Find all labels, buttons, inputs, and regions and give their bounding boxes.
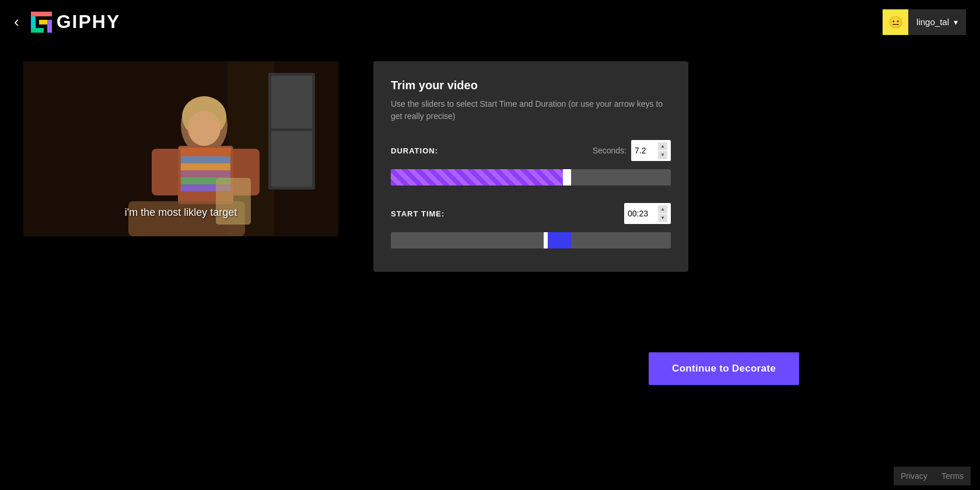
svg-rect-8 — [271, 76, 312, 128]
start-time-fill — [548, 232, 571, 249]
start-time-input-box[interactable]: 00:23 ▲ ▼ — [624, 203, 671, 224]
start-time-value: 00:23 — [628, 209, 648, 218]
svg-rect-3 — [31, 28, 44, 33]
header: ‹ GIPHY 😐 lingo_tal ▾ — [0, 0, 980, 44]
user-area: 😐 lingo_tal ▾ — [883, 9, 966, 35]
start-time-label: START TIME: — [391, 209, 444, 218]
svg-rect-17 — [180, 170, 231, 177]
svg-rect-4 — [39, 20, 47, 24]
footer: Privacy Terms — [894, 467, 971, 485]
continue-to-decorate-button[interactable]: Continue to Decorate — [649, 352, 799, 385]
video-caption: i'm the most likley target — [125, 206, 237, 219]
duration-label: DURATION: — [391, 146, 438, 155]
username-label: lingo_tal — [916, 17, 949, 27]
svg-rect-14 — [180, 148, 231, 156]
terms-link[interactable]: Terms — [935, 467, 971, 485]
duration-slider-track[interactable] — [391, 169, 671, 186]
start-time-section: START TIME: 00:23 ▲ ▼ — [391, 203, 671, 249]
duration-value-area: Seconds: 7.2 ▲ ▼ — [593, 140, 671, 161]
trim-title: Trim your video — [391, 79, 671, 92]
user-dropdown-button[interactable]: lingo_tal ▾ — [908, 9, 966, 35]
duration-stepper[interactable]: ▲ ▼ — [658, 142, 667, 159]
back-button[interactable]: ‹ — [14, 13, 19, 31]
svg-point-12 — [188, 111, 220, 146]
start-time-increment-button[interactable]: ▲ — [658, 205, 667, 214]
duration-increment-button[interactable]: ▲ — [658, 142, 667, 150]
duration-input-box[interactable]: 7.2 ▲ ▼ — [631, 140, 671, 161]
user-avatar: 😐 — [883, 9, 908, 35]
dropdown-arrow-icon: ▾ — [954, 18, 958, 27]
svg-rect-20 — [152, 149, 181, 195]
svg-rect-1 — [31, 12, 52, 16]
svg-rect-16 — [180, 163, 231, 170]
start-time-value-area: 00:23 ▲ ▼ — [624, 203, 671, 224]
start-time-stepper[interactable]: ▲ ▼ — [658, 205, 667, 222]
privacy-link[interactable]: Privacy — [894, 467, 935, 485]
start-time-decrement-button[interactable]: ▼ — [658, 214, 667, 222]
start-time-slider-track[interactable] — [391, 232, 671, 249]
duration-slider-handle[interactable] — [563, 169, 571, 186]
duration-fill — [391, 169, 567, 186]
duration-value: 7.2 — [635, 146, 646, 155]
trim-panel: Trim your video Use the sliders to selec… — [373, 61, 688, 272]
seconds-unit-label: Seconds: — [593, 146, 626, 155]
svg-rect-2 — [47, 20, 52, 33]
logo-area: GIPHY — [31, 11, 121, 33]
svg-rect-15 — [180, 156, 231, 163]
giphy-logo-icon — [31, 12, 52, 33]
trim-description: Use the sliders to select Start Time and… — [391, 98, 671, 123]
duration-section: DURATION: Seconds: 7.2 ▲ ▼ — [391, 140, 671, 186]
giphy-logo-text: GIPHY — [57, 11, 121, 33]
video-preview: i'm the most likley target — [23, 61, 338, 236]
main-content: i'm the most likley target Trim your vid… — [0, 44, 980, 490]
svg-rect-9 — [271, 131, 312, 187]
duration-decrement-button[interactable]: ▼ — [658, 151, 667, 159]
